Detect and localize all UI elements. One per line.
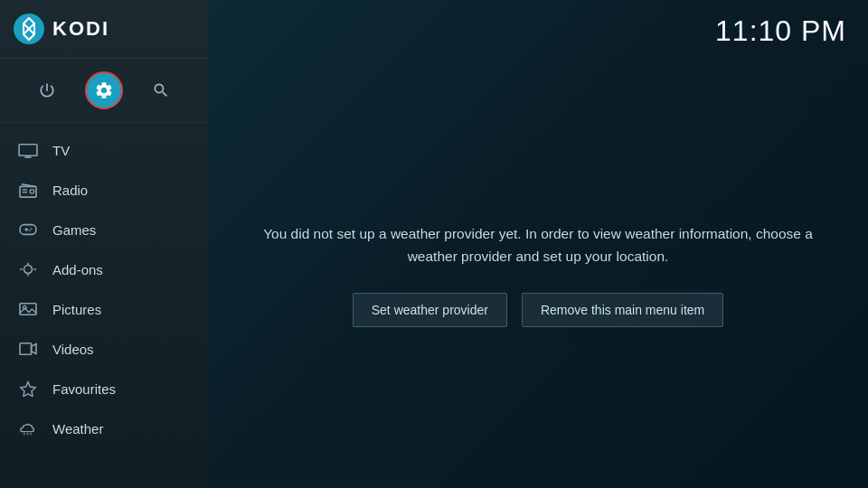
games-icon [18,220,38,239]
sidebar-item-games-label: Games [52,222,96,238]
sidebar-item-addons-label: Add-ons [52,262,103,277]
sidebar-item-addons[interactable]: Add-ons [0,249,208,289]
main-content: 11:10 PM You did not set up a weather pr… [208,0,868,488]
videos-icon [18,339,38,359]
sidebar-item-tv[interactable]: TV [0,130,208,170]
power-icon [38,81,56,99]
sidebar: KODI TV [0,0,208,488]
weather-setup-panel: You did not set up a weather provider ye… [208,62,868,488]
tv-icon [18,140,38,160]
kodi-title: KODI [52,17,109,41]
clock: 11:10 PM [715,14,846,48]
sidebar-item-radio[interactable]: Radio [0,170,208,210]
settings-button[interactable] [85,71,123,109]
svg-rect-22 [20,304,36,315]
sidebar-item-pictures-label: Pictures [52,302,101,317]
svg-line-26 [27,433,28,435]
settings-icon [94,80,114,100]
top-bar: 11:10 PM [208,0,868,62]
svg-point-16 [29,230,31,231]
sidebar-item-tv-label: TV [52,143,70,158]
sidebar-header: KODI [0,0,208,59]
sidebar-item-radio-label: Radio [52,183,88,198]
svg-point-9 [30,190,34,194]
remove-menu-item-button[interactable]: Remove this main menu item [522,293,723,327]
sidebar-top-icons [0,59,208,123]
sidebar-item-games[interactable]: Games [0,210,208,249]
sidebar-item-favourites-label: Favourites [52,381,116,397]
sidebar-item-favourites[interactable]: Favourites [0,369,208,408]
search-button[interactable] [142,71,180,109]
power-button[interactable] [28,71,66,109]
svg-rect-4 [19,145,37,156]
svg-line-25 [24,433,25,435]
pictures-icon [18,299,38,319]
sidebar-nav: TV Radio Games A [0,123,208,488]
svg-point-17 [24,266,33,274]
svg-line-27 [31,433,32,435]
radio-icon [18,180,38,200]
sidebar-item-pictures[interactable]: Pictures [0,289,208,329]
favourites-icon [18,379,38,399]
sidebar-item-weather[interactable]: Weather [0,408,208,448]
set-weather-provider-button[interactable]: Set weather provider [353,293,507,327]
search-icon [152,81,170,99]
sidebar-item-videos[interactable]: Videos [0,329,208,369]
action-buttons: Set weather provider Remove this main me… [353,293,723,327]
kodi-logo-icon [13,13,45,45]
weather-setup-message: You did not set up a weather provider ye… [262,223,814,268]
sidebar-item-videos-label: Videos [52,342,94,357]
svg-rect-24 [20,343,32,355]
sidebar-item-weather-label: Weather [52,421,103,436]
addons-icon [18,259,38,279]
svg-point-15 [31,228,33,230]
weather-icon [18,418,38,438]
